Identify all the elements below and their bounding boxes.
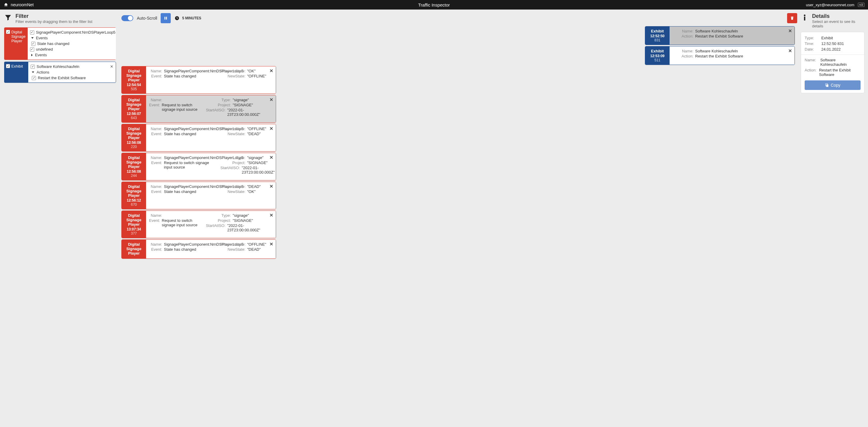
checkbox[interactable] (30, 47, 34, 52)
filter-row[interactable]: Events (30, 35, 116, 41)
details-key: Name: (805, 58, 820, 67)
filter-group-label[interactable]: Exhibit (4, 62, 28, 83)
event-key: Type: (206, 98, 232, 102)
event-value: "OFFLINE" (247, 242, 266, 247)
event-key: StartAtISO: (220, 166, 242, 174)
event-key: PreviousState: (220, 242, 247, 247)
event-value: SignagePlayerComponent:NrnDSPlayerLoop5 (164, 242, 217, 247)
event-key: Event: (149, 161, 164, 169)
event-key: StartAtISO: (206, 223, 227, 232)
event-value: "2022-01-23T23:00:00.000Z" (227, 223, 266, 232)
event-value: "SIGNAGE" (232, 218, 253, 223)
interval-label[interactable]: 5 MINUTES (182, 16, 201, 20)
event-close-icon[interactable]: ✕ (788, 48, 792, 54)
filter-row[interactable]: State has changed (30, 41, 116, 47)
svg-rect-4 (804, 17, 805, 21)
event-value: State has changed (164, 74, 196, 78)
filter-row[interactable]: Events (30, 52, 116, 58)
home-icon[interactable] (4, 2, 8, 7)
event-close-icon[interactable]: ✕ (788, 28, 792, 34)
event-card[interactable]: Digital Signage Player12:56:08 220Name:S… (121, 124, 276, 151)
event-key: Project: (220, 161, 247, 165)
language-icon[interactable]: A/Z (858, 3, 864, 7)
details-value: Restart the Exhibit Software (819, 68, 861, 77)
event-tag: Digital Signage Player12:56:08 244 (122, 153, 146, 180)
details-key: Time: (805, 41, 821, 46)
event-key: Name: (149, 126, 164, 131)
event-value: "DEAD" (247, 184, 260, 189)
event-value: "OK" (247, 189, 255, 194)
event-close-icon[interactable]: ✕ (270, 184, 273, 189)
event-key: Name: (149, 155, 164, 160)
event-card[interactable]: Digital Signage Player12:54:54 505Name:S… (121, 66, 276, 94)
svg-rect-0 (164, 17, 165, 19)
caret-icon (31, 37, 34, 39)
event-value: SignagePlayerComponent:NrnDSPlayerLoop5 (164, 184, 217, 189)
event-key: Name: (673, 29, 695, 33)
event-key: Project: (206, 103, 232, 107)
event-key: Type: (206, 213, 232, 218)
caret-icon (32, 72, 34, 73)
clear-button[interactable] (787, 13, 797, 23)
event-tag: Digital Signage Player (122, 240, 146, 258)
event-key: NewState: (220, 132, 247, 136)
event-close-icon[interactable]: ✕ (270, 97, 273, 103)
event-card[interactable]: Exhibit12:52:50 831Name:Software Kohlesc… (645, 26, 795, 45)
event-card[interactable]: Digital Signage Player12:56:08 244Name:S… (121, 153, 276, 180)
svg-rect-5 (826, 85, 828, 87)
event-value: "signage" (247, 155, 264, 160)
checkbox[interactable] (31, 42, 35, 46)
event-close-icon[interactable]: ✕ (270, 212, 273, 218)
event-key: NewState: (220, 74, 247, 78)
checkbox[interactable] (30, 30, 34, 34)
event-close-icon[interactable]: ✕ (270, 155, 273, 160)
filter-row[interactable]: Actions (31, 69, 113, 75)
autoscroll-toggle[interactable] (121, 15, 133, 21)
filter-icon (4, 14, 12, 22)
filter-row-text: SignagePlayerComponent:NrnDSPlayerLoop5 (36, 30, 116, 34)
filter-row[interactable]: Software Kohleschaufeln✕ (31, 64, 113, 69)
filter-group-checkbox[interactable] (6, 64, 10, 68)
filter-group-checkbox[interactable] (6, 30, 10, 34)
event-key: PreviousState: (220, 69, 247, 73)
pause-button[interactable] (161, 13, 171, 23)
filter-row[interactable]: SignagePlayerComponent:NrnDSPlayerLoop5✕ (30, 29, 116, 35)
filter-subtitle: Filter events by dragging them to the fi… (16, 19, 93, 24)
event-card[interactable]: Digital Signage Player Name:SignagePlaye… (121, 239, 276, 259)
remove-filter-icon[interactable]: ✕ (110, 64, 113, 69)
event-key: Event: (149, 218, 162, 227)
event-key: NewState: (220, 189, 247, 194)
details-value: 12:52:50 831 (821, 41, 844, 46)
brand-name[interactable]: neuroomNet (11, 2, 34, 7)
event-tag: Digital Signage Player12:54:54 505 (122, 66, 146, 93)
event-close-icon[interactable]: ✕ (270, 241, 273, 247)
details-value: 24.01.2022 (821, 47, 841, 52)
filter-row[interactable]: undefined (30, 47, 116, 52)
checkbox[interactable] (31, 65, 35, 69)
event-close-icon[interactable]: ✕ (270, 68, 273, 74)
event-card[interactable]: Digital Signage Player12:56:12 670Name:S… (121, 182, 276, 209)
filter-row[interactable]: Restart the Exhibit Software (31, 75, 113, 81)
event-tag: Digital Signage Player13:07:34 377 (122, 211, 146, 238)
filter-row-text: undefined (36, 47, 53, 52)
autoscroll-label: Auto-Scroll (137, 16, 157, 21)
copy-button[interactable]: Copy (805, 80, 861, 90)
event-value: "DEAD" (247, 247, 260, 252)
event-card[interactable]: Digital Signage Player12:56:07 643Name:E… (121, 95, 276, 123)
checkbox[interactable] (32, 76, 36, 80)
event-value: Restart the Exhibit Software (695, 34, 743, 38)
details-key: Action: (805, 68, 819, 77)
filter-row-text: Events (35, 53, 47, 57)
user-email[interactable]: user_xyz@neuroomnet.com (806, 3, 854, 7)
event-close-icon[interactable]: ✕ (270, 126, 273, 131)
trash-icon (790, 16, 794, 21)
details-subtitle: Select an event to see its details (812, 19, 864, 28)
event-key: Name: (149, 242, 164, 247)
event-card[interactable]: Digital Signage Player13:07:34 377Name:E… (121, 210, 276, 238)
copy-label: Copy (831, 83, 841, 88)
filter-group-label[interactable]: Digital Signage Player (4, 27, 27, 60)
event-card[interactable]: Exhibit12:53:09 511Name:Software Kohlesc… (645, 46, 795, 65)
details-value: Exhibit (821, 36, 833, 40)
filter-header: Filter Filter events by dragging them to… (4, 13, 116, 24)
event-key: Event: (149, 189, 164, 194)
